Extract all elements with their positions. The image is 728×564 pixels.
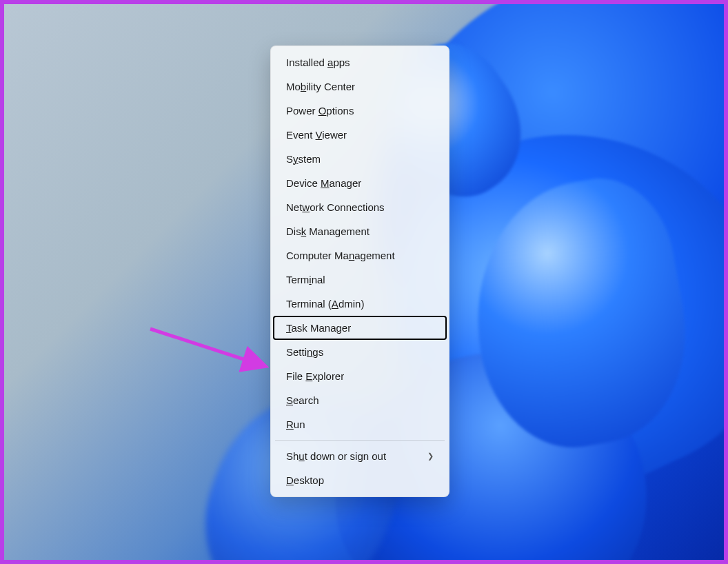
menu-item-terminal-admin[interactable]: Terminal (Admin) [274, 292, 446, 316]
menu-item-label: Installed apps [286, 57, 350, 68]
menu-item-settings[interactable]: Settings [274, 340, 446, 364]
menu-item-label: File Explorer [286, 370, 344, 382]
menu-item-label: Settings [286, 346, 323, 358]
menu-item-label: Device Manager [286, 177, 361, 189]
menu-item-label: Run [286, 419, 305, 430]
menu-item-disk-management[interactable]: Disk Management [274, 219, 446, 243]
menu-item-device-manager[interactable]: Device Manager [274, 171, 446, 195]
menu-item-shut-down-or-sign-out[interactable]: Shut down or sign out❯ [274, 444, 446, 468]
menu-item-label: Event Viewer [286, 129, 347, 141]
menu-item-label: Shut down or sign out [286, 450, 386, 462]
menu-item-label: Search [286, 394, 319, 406]
menu-item-label: Terminal [286, 274, 325, 285]
menu-item-label: Computer Management [286, 250, 395, 261]
menu-item-desktop[interactable]: Desktop [274, 468, 446, 492]
menu-item-terminal[interactable]: Terminal [274, 268, 446, 292]
menu-item-label: Desktop [286, 474, 324, 486]
menu-item-label: Network Connections [286, 201, 385, 213]
menu-item-label: Task Manager [286, 322, 351, 334]
menu-item-run[interactable]: Run [274, 412, 446, 436]
menu-item-computer-management[interactable]: Computer Management [274, 243, 446, 268]
menu-item-power-options[interactable]: Power Options [274, 99, 446, 123]
menu-separator [275, 440, 445, 441]
chevron-right-icon: ❯ [427, 452, 434, 461]
menu-item-label: Mobility Center [286, 81, 355, 92]
winx-context-menu[interactable]: Installed appsMobility CenterPower Optio… [270, 46, 449, 497]
menu-item-label: Terminal (Admin) [286, 298, 364, 310]
menu-item-task-manager[interactable]: Task Manager [273, 316, 447, 340]
menu-item-label: System [286, 153, 321, 165]
menu-item-label: Disk Management [286, 225, 370, 237]
menu-item-installed-apps[interactable]: Installed apps [274, 50, 446, 74]
menu-item-system[interactable]: System [274, 147, 446, 171]
menu-item-label: Power Options [286, 105, 354, 117]
menu-item-file-explorer[interactable]: File Explorer [274, 364, 446, 388]
menu-item-search[interactable]: Search [274, 388, 446, 412]
menu-item-network-connections[interactable]: Network Connections [274, 195, 446, 219]
menu-item-event-viewer[interactable]: Event Viewer [274, 123, 446, 147]
menu-item-mobility-center[interactable]: Mobility Center [274, 74, 446, 99]
